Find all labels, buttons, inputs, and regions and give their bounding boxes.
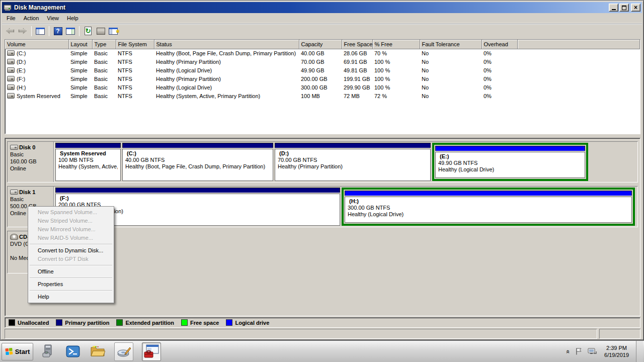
show-desktop-button[interactable] bbox=[636, 341, 643, 362]
partition-size: 100 MB NTFS bbox=[58, 157, 118, 163]
table-row[interactable]: (D:)SimpleBasicNTFSHealthy (Primary Part… bbox=[5, 57, 640, 66]
partition-color-strip bbox=[435, 146, 585, 151]
menu-action[interactable]: Action bbox=[20, 14, 43, 23]
cdrom-icon bbox=[10, 234, 18, 240]
partition-systemreserved[interactable]: System Reserved100 MB NTFSHealthy (Syste… bbox=[55, 143, 121, 181]
context-menu-item-convert-to-dynamic-disk[interactable]: Convert to Dynamic Disk... bbox=[29, 246, 113, 255]
table-row[interactable]: (H:)SimpleBasicNTFSHealthy (Logical Driv… bbox=[5, 83, 640, 92]
action-center-flag-icon[interactable] bbox=[574, 347, 583, 356]
menu-help[interactable]: Help bbox=[63, 14, 83, 23]
toolbar-separator bbox=[31, 26, 32, 36]
status-bar bbox=[5, 329, 640, 339]
powershell-icon[interactable] bbox=[65, 343, 81, 359]
disk-utility-button[interactable] bbox=[114, 342, 133, 361]
cell-volume: (E:) bbox=[5, 66, 68, 74]
disk-row-0: Disk 0Basic160.00 GBOnline System Reserv… bbox=[7, 141, 638, 183]
cell-overhead: 0% bbox=[481, 74, 517, 83]
column-header-overhead[interactable]: Overhead bbox=[481, 40, 517, 49]
back-icon[interactable] bbox=[5, 26, 16, 37]
disk-management-task-button[interactable] bbox=[142, 342, 161, 361]
volume-icon bbox=[7, 59, 15, 64]
context-menu-item-offline[interactable]: Offline bbox=[29, 267, 113, 276]
start-label: Start bbox=[15, 348, 30, 355]
disk-utility-icon bbox=[116, 344, 131, 359]
start-button[interactable]: Start bbox=[2, 343, 33, 360]
partition-h[interactable]: (H:)300.00 GB NTFSHealthy (Logical Drive… bbox=[345, 191, 632, 223]
table-row[interactable]: (F:)SimpleBasicNTFSHealthy (Primary Part… bbox=[5, 74, 640, 83]
column-header-file-system[interactable]: File System bbox=[116, 40, 154, 49]
toolbar-separator bbox=[79, 26, 79, 36]
refresh-icon[interactable]: ↻ bbox=[83, 26, 94, 37]
partition-name: System Reserved bbox=[58, 150, 118, 157]
cell-type: Basic bbox=[92, 49, 116, 57]
column-header-fault-tolerance[interactable]: Fault Tolerance bbox=[420, 40, 481, 49]
cell-pct_free: 70 % bbox=[372, 49, 420, 57]
menu-view[interactable]: View bbox=[43, 14, 63, 23]
show-hidden-icons-chevron[interactable]: « bbox=[565, 349, 572, 353]
partition-status: Healthy (Primary Partition) bbox=[278, 163, 428, 170]
cell-type: Basic bbox=[92, 83, 116, 92]
file-explorer-icon[interactable] bbox=[90, 343, 106, 359]
cell-fs: NTFS bbox=[116, 83, 154, 92]
cell-overhead: 0% bbox=[481, 83, 517, 92]
partition-c[interactable]: (C:)40.00 GB NTFSHealthy (Boot, Page Fil… bbox=[122, 143, 273, 181]
forward-icon[interactable] bbox=[17, 26, 28, 37]
volume-list-pane[interactable]: VolumeLayoutTypeFile SystemStatusCapacit… bbox=[5, 39, 640, 134]
minimize-button[interactable] bbox=[609, 4, 618, 12]
column-header-free-space[interactable]: Free Space bbox=[342, 40, 372, 49]
titlebar[interactable]: Disk Management × bbox=[2, 2, 642, 13]
volume-name: (C:) bbox=[17, 50, 26, 56]
console-tree-icon[interactable] bbox=[35, 26, 46, 37]
partition-size: 300.00 GB NTFS bbox=[348, 205, 629, 211]
menu-file[interactable]: File bbox=[3, 14, 20, 23]
manage-icon[interactable] bbox=[108, 26, 119, 37]
partition-size: 49.90 GB NTFS bbox=[438, 160, 582, 166]
legend-item: Primary partition bbox=[56, 319, 109, 326]
partition-name: (E:) bbox=[438, 153, 582, 160]
taskbar: Start bbox=[0, 340, 644, 362]
column-header--free[interactable]: % Free bbox=[372, 40, 420, 49]
column-header-volume[interactable]: Volume bbox=[5, 40, 68, 49]
table-row[interactable]: System ReservedSimpleBasicNTFSHealthy (S… bbox=[5, 92, 640, 100]
action-pane-icon[interactable] bbox=[65, 26, 76, 37]
context-menu-item-properties[interactable]: Properties bbox=[29, 280, 113, 289]
cell-pct_free: 72 % bbox=[372, 92, 420, 100]
context-menu-item-help[interactable]: Help bbox=[29, 293, 113, 301]
disk-type: Basic bbox=[10, 196, 52, 203]
close-button[interactable]: × bbox=[631, 4, 640, 12]
cell-status: Healthy (Logical Drive) bbox=[154, 83, 299, 92]
table-row[interactable]: (C:)SimpleBasicNTFSHealthy (Boot, Page F… bbox=[5, 49, 640, 57]
legend-swatch bbox=[181, 319, 188, 326]
disk-header-0[interactable]: Disk 0Basic160.00 GBOnline bbox=[8, 142, 54, 182]
server-manager-icon[interactable] bbox=[40, 343, 56, 359]
maximize-button[interactable] bbox=[619, 4, 629, 12]
column-header-status[interactable]: Status bbox=[154, 40, 299, 49]
cell-status: Healthy (System, Active, Primary Partiti… bbox=[154, 92, 299, 100]
clock-time: 2:39 PM bbox=[604, 344, 629, 351]
cell-layout: Simple bbox=[68, 74, 92, 83]
cell-layout: Simple bbox=[68, 92, 92, 100]
cell-fault_tolerance: No bbox=[420, 74, 481, 83]
help-icon[interactable]: ? bbox=[52, 26, 63, 37]
cell-empty bbox=[517, 66, 640, 74]
volume-icon bbox=[7, 93, 15, 99]
partition-size: 40.00 GB NTFS bbox=[125, 157, 270, 163]
volume-icon bbox=[7, 84, 15, 90]
toolbar: ?↻ bbox=[2, 24, 642, 38]
properties-icon[interactable] bbox=[95, 26, 106, 37]
legend-item: Logical drive bbox=[226, 319, 269, 326]
network-icon[interactable] bbox=[587, 347, 597, 356]
column-header-capacity[interactable]: Capacity bbox=[299, 40, 342, 49]
cell-free: 69.91 GB bbox=[342, 57, 372, 66]
taskbar-clock[interactable]: 2:39 PM 6/19/2019 bbox=[601, 344, 632, 358]
column-header-type[interactable]: Type bbox=[92, 40, 116, 49]
column-header-layout[interactable]: Layout bbox=[68, 40, 92, 49]
partition-status: Healthy (Logical Drive) bbox=[438, 166, 582, 173]
cell-volume: (F:) bbox=[5, 74, 68, 83]
legend-label: Extended partition bbox=[125, 320, 174, 326]
cell-status: Healthy (Primary Partition) bbox=[154, 74, 299, 83]
disk-management-app-icon bbox=[4, 4, 12, 12]
partition-e[interactable]: (E:)49.90 GB NTFSHealthy (Logical Drive) bbox=[435, 146, 585, 178]
partition-d[interactable]: (D:)70.00 GB NTFSHealthy (Primary Partit… bbox=[275, 143, 431, 181]
table-row[interactable]: (E:)SimpleBasicNTFSHealthy (Logical Driv… bbox=[5, 66, 640, 74]
